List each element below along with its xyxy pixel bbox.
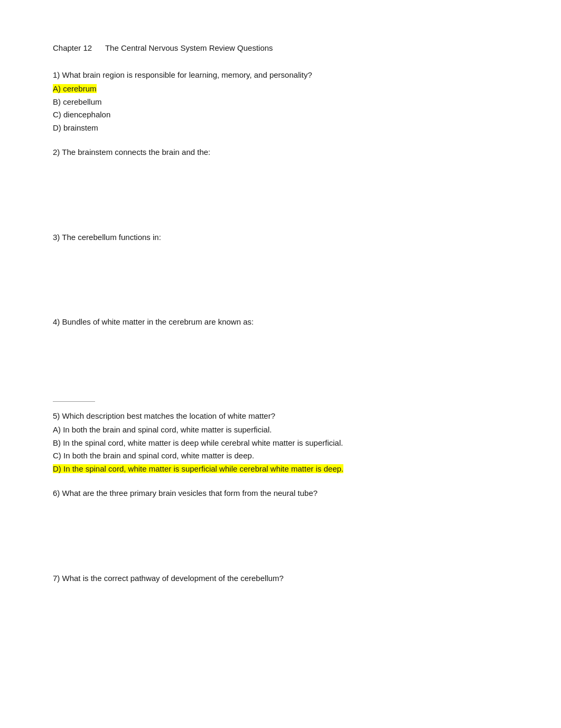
q1-choice-c: C) diencephalon — [53, 109, 508, 121]
question-1-text: 1) What brain region is responsible for … — [53, 69, 508, 81]
q5-choice-b: B) In the spinal cord, white matter is d… — [53, 437, 508, 449]
question-6-text: 6) What are the three primary brain vesi… — [53, 487, 508, 500]
question-5: 5) Which description best matches the lo… — [53, 410, 508, 475]
q5-choice-a: A) In both the brain and spinal cord, wh… — [53, 424, 508, 436]
question-7-answer-space — [53, 586, 508, 644]
question-6-answer-space — [53, 502, 508, 560]
question-7: 7) What is the correct pathway of develo… — [53, 573, 508, 645]
question-4-text: 4) Bundles of white matter in the cerebr… — [53, 316, 508, 328]
q5-choice-d: D) In the spinal cord, white matter is s… — [53, 463, 508, 475]
chapter-label: Chapter 12 — [53, 43, 92, 52]
q1-choice-a: A) cerebrum — [53, 83, 508, 95]
question-4: 4) Bundles of white matter in the cerebr… — [53, 316, 508, 389]
question-4-answer-space — [53, 330, 508, 389]
question-3: 3) The cerebellum functions in: — [53, 232, 508, 304]
question-2-text: 2) The brainstem connects the brain and … — [53, 146, 508, 159]
question-1: 1) What brain region is responsible for … — [53, 69, 508, 134]
page-title: The Central Nervous System Review Questi… — [105, 43, 273, 52]
section-divider — [53, 401, 95, 402]
q1-choice-b: B) cerebellum — [53, 96, 508, 108]
question-6: 6) What are the three primary brain vesi… — [53, 487, 508, 560]
q5-choice-c: C) In both the brain and spinal cord, wh… — [53, 450, 508, 462]
q1-choice-d: D) brainstem — [53, 122, 508, 134]
question-7-text: 7) What is the correct pathway of develo… — [53, 573, 508, 585]
question-2-answer-space — [53, 161, 508, 219]
page-header: Chapter 12 The Central Nervous System Re… — [53, 42, 508, 54]
question-3-text: 3) The cerebellum functions in: — [53, 232, 508, 244]
question-2: 2) The brainstem connects the brain and … — [53, 146, 508, 219]
question-5-text: 5) Which description best matches the lo… — [53, 410, 508, 422]
question-3-answer-space — [53, 245, 508, 303]
